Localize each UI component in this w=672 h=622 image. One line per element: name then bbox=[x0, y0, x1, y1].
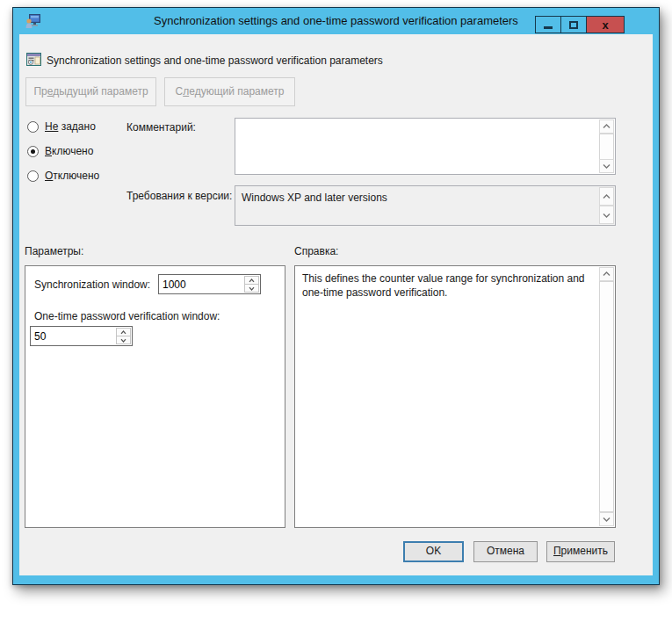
otp-window-label: One-time password verification window: bbox=[34, 310, 220, 322]
radio-label: Отключено bbox=[45, 170, 99, 182]
otp-window-input[interactable] bbox=[31, 327, 115, 345]
spin-down-icon[interactable] bbox=[116, 336, 131, 344]
supported-on-value: Windows XP and later versions bbox=[242, 191, 594, 205]
supported-on-box: Windows XP and later versions bbox=[235, 185, 616, 226]
spin-buttons bbox=[115, 327, 132, 345]
radio-label: Не задано bbox=[45, 120, 96, 133]
apply-button[interactable]: Применить bbox=[546, 541, 615, 562]
scroll-thumb[interactable] bbox=[599, 281, 614, 512]
supported-on-label: Требования к версии: bbox=[126, 190, 232, 202]
spin-buttons bbox=[243, 275, 260, 293]
radio-disabled[interactable]: Отключено bbox=[27, 170, 99, 182]
radio-enabled[interactable]: Включено bbox=[27, 145, 93, 157]
cancel-button[interactable]: Отмена bbox=[473, 541, 538, 562]
scroll-down-icon[interactable] bbox=[599, 512, 614, 526]
dialog-window: Synchronization settings and one-time pa… bbox=[12, 7, 660, 585]
scroll-thumb[interactable] bbox=[599, 134, 614, 161]
scroll-up-icon[interactable] bbox=[599, 187, 614, 206]
maximize-icon bbox=[569, 21, 578, 29]
scroll-up-icon[interactable] bbox=[599, 267, 614, 281]
title-bar[interactable]: Synchronization settings and one-time pa… bbox=[13, 8, 659, 34]
next-setting-button[interactable]: Следующий параметр bbox=[164, 77, 295, 106]
minimize-icon bbox=[544, 26, 553, 29]
comment-textbox bbox=[235, 118, 616, 175]
maximize-button[interactable] bbox=[560, 16, 587, 33]
options-label: Параметры: bbox=[25, 245, 83, 257]
window-controls: x bbox=[536, 16, 625, 33]
comment-scrollbar[interactable] bbox=[599, 119, 614, 173]
radio-icon bbox=[27, 121, 39, 133]
sync-window-input[interactable] bbox=[159, 275, 243, 293]
comment-input[interactable] bbox=[235, 119, 599, 174]
otp-window-spinner bbox=[30, 326, 133, 346]
close-icon: x bbox=[602, 19, 608, 31]
minimize-button[interactable] bbox=[535, 16, 561, 33]
ok-button[interactable]: OK bbox=[403, 541, 464, 562]
options-panel: Synchronization window: One-time passwor… bbox=[25, 265, 285, 528]
radio-label: Включено bbox=[45, 145, 93, 157]
comment-label: Комментарий: bbox=[126, 121, 196, 134]
sync-window-label: Synchronization window: bbox=[34, 278, 150, 291]
radio-not-configured[interactable]: Не задано bbox=[27, 120, 96, 133]
close-button[interactable]: x bbox=[586, 16, 625, 33]
supported-on-scrollbar[interactable] bbox=[599, 187, 614, 224]
radio-icon bbox=[27, 146, 39, 157]
previous-setting-button[interactable]: Предыдущий параметр bbox=[25, 77, 156, 106]
spin-down-icon[interactable] bbox=[244, 284, 259, 293]
radio-icon bbox=[27, 170, 39, 182]
help-label: Справка: bbox=[294, 245, 338, 257]
scroll-up-icon[interactable] bbox=[599, 119, 614, 134]
dialog-content: Synchronization settings and one-time pa… bbox=[19, 34, 653, 575]
policy-setting-icon bbox=[26, 53, 41, 67]
scroll-down-icon[interactable] bbox=[599, 159, 614, 173]
setting-title: Synchronization settings and one-time pa… bbox=[47, 54, 383, 67]
sync-window-spinner bbox=[158, 274, 261, 294]
scroll-down-icon[interactable] bbox=[599, 206, 614, 224]
help-scrollbar[interactable] bbox=[599, 267, 614, 526]
help-text: This defines the counter value range for… bbox=[302, 271, 594, 300]
help-panel: This defines the counter value range for… bbox=[294, 265, 616, 528]
